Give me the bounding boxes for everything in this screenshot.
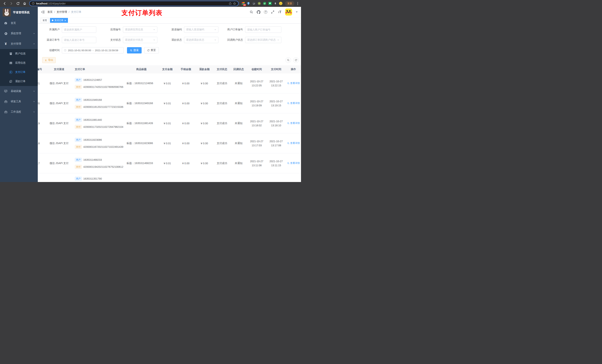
pay-status-filter-select[interactable]: 请选择支付状态 xyxy=(123,37,157,43)
breadcrumb-current: 支付订单 xyxy=(71,10,81,14)
sidebar-item-label: 退款订单 xyxy=(15,80,26,83)
grid-icon xyxy=(9,62,13,64)
search-icon[interactable] xyxy=(250,10,253,14)
sidebar-item-app-info[interactable]: 应用信息 xyxy=(0,58,38,68)
sidebar: 芋道管理系统 首页 系统管理 xyxy=(0,7,38,182)
table-row: 19 微信 JSAPI 支付 商户1635311881440 支付4200001… xyxy=(38,113,301,133)
font-size-icon[interactable]: TT xyxy=(278,10,281,14)
avatar-caret-icon[interactable] xyxy=(296,11,298,13)
channel-code-filter-select[interactable]: 请输入渠道编码 xyxy=(184,26,218,33)
cell-title: 标题：1635311468233 xyxy=(125,162,158,165)
sidebar-item-system[interactable]: 系统管理 xyxy=(0,28,38,39)
browser-reload-icon[interactable] xyxy=(16,1,20,6)
logo-image xyxy=(3,8,11,16)
col-header-paid: 支付时间 xyxy=(266,68,286,71)
sidebar-item-workflow[interactable]: 工作流程 xyxy=(0,107,38,117)
sidebar-item-merchant-info[interactable]: 商户信息 xyxy=(0,49,38,58)
dashboard-icon xyxy=(4,21,8,25)
tab-home[interactable]: 首页 xyxy=(41,18,49,23)
tab-pay-order[interactable]: 支付订单 xyxy=(50,18,68,23)
sidebar-item-infrastructure[interactable]: 基础设施 xyxy=(0,86,38,96)
refund-status-filter-select[interactable]: 请选择退款状态 xyxy=(184,37,218,43)
help-icon[interactable]: ? xyxy=(264,10,267,14)
cell-status: 支付成功 xyxy=(214,162,230,165)
cell-created: 2021-10-2713:22:05 xyxy=(247,79,266,87)
extension-puzzle-icon[interactable] xyxy=(273,2,277,5)
url-path: :1024/pay/order xyxy=(47,2,65,5)
extension-colorful-icon[interactable]: 10 xyxy=(241,2,245,5)
chevron-down-icon xyxy=(33,100,35,103)
pay-tag: 支付 xyxy=(75,165,82,169)
refund-status-filter-label: 退款状态 xyxy=(162,38,184,42)
extension-pin-icon[interactable] xyxy=(247,2,250,5)
sidebar-fold-icon[interactable] xyxy=(41,10,45,14)
monitor-icon xyxy=(4,90,8,93)
table-row: 18 微信 JSAPI 支付 商户1635311823086 支付4200001… xyxy=(38,133,301,153)
cell-paid: 2021-10-2713:11:15 xyxy=(266,159,286,167)
sidebar-item-label: 系统管理 xyxy=(11,32,30,35)
sidebar-item-home[interactable]: 首页 xyxy=(0,18,38,28)
cell-id: 21 xyxy=(38,82,40,85)
merchant-filter-input[interactable] xyxy=(62,26,96,33)
pay-tag: 支付 xyxy=(75,145,82,149)
search-button[interactable]: 搜索 xyxy=(127,47,142,53)
create-time-range-picker[interactable]: 2021-10-01 00:00:00 - 2021-10-31 23:59:5… xyxy=(62,47,124,53)
table-refresh-icon[interactable] xyxy=(293,57,299,63)
view-detail-link[interactable]: 查看详情 xyxy=(286,142,301,145)
browser-home-icon[interactable] xyxy=(22,1,27,6)
callback-status-filter-select[interactable]: 请选择订单回调商户状态 xyxy=(245,37,281,43)
table-search-toggle-icon[interactable] xyxy=(285,57,291,63)
view-detail-link[interactable]: 查看详情 xyxy=(286,122,301,125)
app-no-filter-label: 应用编号 xyxy=(101,28,123,31)
channel-order-no-filter-input[interactable] xyxy=(62,37,96,43)
site-info-icon[interactable] xyxy=(32,2,35,5)
view-detail-link[interactable]: 查看详情 xyxy=(286,161,301,165)
bookmark-star-icon[interactable] xyxy=(233,2,236,5)
sidebar-item-payment[interactable]: ¥ 支付管理 xyxy=(0,39,38,49)
extension-chat-icon[interactable] xyxy=(268,2,272,5)
browser-menu-icon[interactable] xyxy=(296,2,299,5)
sidebar-menu: 首页 系统管理 ¥ 支付管理 xyxy=(0,18,38,117)
cell-channel: 微信 JSAPI 支付 xyxy=(45,162,73,165)
toolbox-icon xyxy=(4,100,8,103)
tag-view-bar: 首页 支付订单 xyxy=(38,17,301,23)
cell-pay-order: 商户1635311468233 支付4200001194202110276752… xyxy=(73,158,125,169)
view-detail-link[interactable]: 查看详情 xyxy=(286,82,301,85)
table-header-row: 编号 支付渠道 支付订单 商品标题 支付金额 手续金额 退款金额 支付状态 回调… xyxy=(38,65,301,73)
breadcrumb-home[interactable]: 首页 xyxy=(47,10,53,14)
breadcrumb-section[interactable]: 支付管理 xyxy=(57,10,67,14)
cell-paid: 2021-10-2713:22:15 xyxy=(266,79,286,87)
sidebar-item-refund-order[interactable]: 退款订单 xyxy=(0,77,38,86)
view-detail-link[interactable]: 查看详情 xyxy=(286,102,301,105)
extension-dark-circle-icon[interactable] xyxy=(252,2,256,5)
browser-forward-icon[interactable] xyxy=(9,1,13,6)
merchant-order-no-filter-input[interactable] xyxy=(245,26,281,33)
address-bar[interactable]: localhost:1024/pay/order xyxy=(29,1,239,6)
fullscreen-icon[interactable] xyxy=(271,10,274,14)
sidebar-item-pay-order[interactable]: ¥ 支付订单 xyxy=(0,68,38,77)
close-icon[interactable] xyxy=(64,20,66,21)
merchant-order-no: 1635311823086 xyxy=(83,138,102,141)
active-dot-icon xyxy=(52,20,53,21)
chevron-down-icon xyxy=(153,29,155,31)
cell-created: 2021-10-2713:17:03 xyxy=(247,139,266,147)
extension-check-icon[interactable] xyxy=(263,2,266,5)
share-icon[interactable] xyxy=(229,2,232,5)
browser-update-button[interactable]: 更新 xyxy=(285,1,294,6)
browser-back-icon[interactable] xyxy=(3,1,7,6)
sidebar-item-dev-tools[interactable]: 研发工具 xyxy=(0,96,38,107)
url-text: localhost:1024/pay/order xyxy=(36,2,66,5)
date-end: 2021-10-31 23:59:59 xyxy=(95,49,118,52)
user-avatar[interactable] xyxy=(285,9,292,16)
profile-avatar-icon[interactable] xyxy=(279,2,282,5)
cell-status: 支付成功 xyxy=(214,142,230,145)
gear-icon xyxy=(4,32,8,35)
col-header-channel: 支付渠道 xyxy=(45,68,73,71)
toolbox-icon xyxy=(4,110,8,114)
github-icon[interactable] xyxy=(257,10,260,14)
reset-button[interactable]: 重置 xyxy=(144,47,159,53)
extension-olive-circle-icon[interactable] xyxy=(257,2,261,5)
app-no-filter-select[interactable]: 请选择应用信息 xyxy=(123,26,157,33)
export-button[interactable]: 导出 xyxy=(42,57,56,63)
cell-pay-order: 商户1635311949168 支付4200001181202110277723… xyxy=(73,98,125,109)
